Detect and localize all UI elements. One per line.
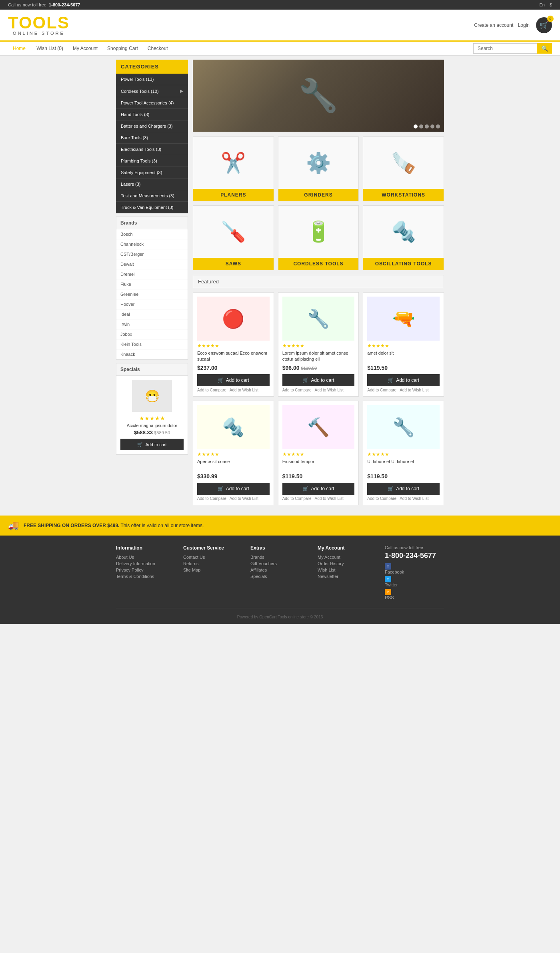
add-to-wish-6[interactable]: Add to Wish List [400,496,428,501]
cat-item[interactable]: Bare Tools (3) [116,132,188,144]
cat-item[interactable]: Batteries and Chargers (3) [116,120,188,132]
footer-twitter-link[interactable]: t Twitter [385,576,444,587]
product-card-2: 🔧 ★★★★★ Lorem ipsum dolor sit amet conse… [278,292,359,397]
footer-extras: Extras Brands Gift Vouchers Affiliates S… [250,545,310,602]
brand-item[interactable]: Klein Tools [116,339,188,349]
nav-myaccount[interactable]: My Account [68,42,102,55]
footer-account[interactable]: My Account [318,555,377,560]
cart-icon[interactable]: 🛒 0 [536,17,552,33]
nav-wishlist[interactable]: Wish List (0) [32,42,68,55]
login-link[interactable]: Login [518,22,530,28]
brand-item[interactable]: Bosch [116,229,188,239]
footer-returns[interactable]: Returns [183,561,242,566]
footer-affiliates[interactable]: Affiliates [250,568,310,572]
search-button[interactable]: 🔍 [537,43,552,54]
category-card-planers[interactable]: ✂️ PLANERS [193,136,274,201]
footer-rss-link[interactable]: r RSS [385,589,444,600]
add-to-wish-1[interactable]: Add to Wish List [230,388,258,392]
category-card-saws[interactable]: 🪛 SAWS [193,205,274,270]
add-to-wish-2[interactable]: Add to Wish List [314,388,343,392]
footer-wishlist[interactable]: Wish List [318,568,377,572]
add-to-cart-button-1[interactable]: 🛒 Add to cart [197,374,270,386]
hero-dot-2[interactable] [419,124,423,128]
add-to-cart-button-3[interactable]: 🛒 Add to cart [367,374,440,386]
product-stars-5: ★★★★★ [282,451,355,457]
category-card-cordless[interactable]: 🔋 CORDLESS TOOLS [278,205,359,270]
cat-item[interactable]: Power Tool Accessories (4) [116,97,188,109]
add-to-compare-6[interactable]: Add to Compare [367,496,396,501]
category-card-workstations[interactable]: 🪚 WORKSTATIONS [363,136,444,201]
footer-my-account: My Account My Account Order History Wish… [318,545,377,602]
brand-item[interactable]: CST/Berger [116,249,188,259]
add-to-cart-button-2[interactable]: 🛒 Add to cart [282,374,355,386]
brand-item[interactable]: Ideal [116,309,188,319]
cat-item[interactable]: Plumbing Tools (3) [116,155,188,167]
brand-item[interactable]: Knaack [116,349,188,359]
cat-item[interactable]: Lasers (3) [116,179,188,190]
add-to-compare-4[interactable]: Add to Compare [197,496,226,501]
product-image-6: 🔧 [367,405,440,449]
brand-item[interactable]: Hoover [116,299,188,309]
create-account-link[interactable]: Create an account [474,22,513,28]
footer-contact[interactable]: Contact Us [183,555,242,560]
footer-about[interactable]: About Us [116,555,175,560]
footer-brands[interactable]: Brands [250,555,310,560]
footer-sitemap[interactable]: Site Map [183,568,242,572]
brands-box: Brands Bosch Channelock CST/Berger Dewal… [116,217,188,360]
product-card-4: 🔩 ★★★★★ Aperce sit conse $330.99 🛒 Add t… [193,401,274,505]
add-to-wish-3[interactable]: Add to Wish List [400,388,428,392]
category-card-oscillating[interactable]: 🔩 OSCILLATING TOOLS [363,205,444,270]
nav-checkout[interactable]: Checkout [143,42,173,55]
hero-dot-4[interactable] [430,124,434,128]
add-to-compare-5[interactable]: Add to Compare [282,496,312,501]
categories-header: CATEGORIES [116,60,188,74]
footer-facebook-link[interactable]: f Facebook [385,563,444,574]
cat-item[interactable]: Electricians Tools (3) [116,144,188,155]
cat-item[interactable]: Safety Equipment (3) [116,167,188,179]
product-image-3: 🔫 [367,297,440,341]
add-to-wish-5[interactable]: Add to Wish List [314,496,343,501]
add-to-wish-4[interactable]: Add to Wish List [230,496,258,501]
add-to-cart-button-6[interactable]: 🛒 Add to cart [367,483,440,495]
cat-item[interactable]: Hand Tools (3) [116,109,188,120]
logo[interactable]: TOOLS ONLINE STORE [8,14,70,36]
add-to-cart-button-4[interactable]: 🛒 Add to cart [197,483,270,495]
hero-dot-1[interactable] [414,124,418,128]
nav-cart[interactable]: Shopping Cart [102,42,143,55]
add-to-compare-2[interactable]: Add to Compare [282,388,312,392]
brand-item[interactable]: Greenlee [116,289,188,299]
add-to-compare-3[interactable]: Add to Compare [367,388,396,392]
cat-item[interactable]: Power Tools (13) [116,74,188,85]
footer-gift-vouchers[interactable]: Gift Vouchers [250,561,310,566]
product-links-6: Add to Compare Add to Wish List [367,496,440,501]
footer-call-text: Call us now toll free: [385,545,424,550]
add-to-compare-1[interactable]: Add to Compare [197,388,226,392]
category-image-oscillating: 🔩 [363,206,444,258]
brand-item[interactable]: Channelock [116,239,188,249]
brand-item[interactable]: Jobox [116,329,188,339]
hero-dot-3[interactable] [425,124,429,128]
brand-item[interactable]: Fluke [116,279,188,289]
hero-dot-5[interactable] [436,124,440,128]
footer-specials[interactable]: Specials [250,574,310,579]
special-add-to-cart-button[interactable]: 🛒 Add to cart [120,439,184,450]
cat-item[interactable]: Truck & Van Equipment (3) [116,202,188,213]
footer-order-history[interactable]: Order History [318,561,377,566]
footer-privacy[interactable]: Privacy Policy [116,568,175,572]
cat-item[interactable]: Test and Measurements (3) [116,190,188,202]
nav-home[interactable]: Home [8,42,30,55]
currency-selector[interactable]: $ [550,2,552,7]
brand-item[interactable]: Dewalt [116,259,188,269]
add-to-cart-button-5[interactable]: 🛒 Add to cart [282,483,355,495]
hero-bg: 🔧 [193,60,444,132]
footer-delivery[interactable]: Delivery Information [116,561,175,566]
brand-item[interactable]: Irwin [116,319,188,329]
category-card-grinders[interactable]: ⚙️ GRINDERS [278,136,359,201]
product-grid: 🔴 ★★★★★ Ecco enswom sucaal Ecco enswom s… [193,292,444,505]
cat-item[interactable]: Cordless Tools (10)▶ [116,85,188,97]
language-selector[interactable]: En [539,2,544,7]
footer-newsletter[interactable]: Newsletter [318,574,377,579]
footer-terms[interactable]: Terms & Conditions [116,574,175,579]
brand-item[interactable]: Dremel [116,269,188,279]
search-input[interactable] [473,43,537,54]
